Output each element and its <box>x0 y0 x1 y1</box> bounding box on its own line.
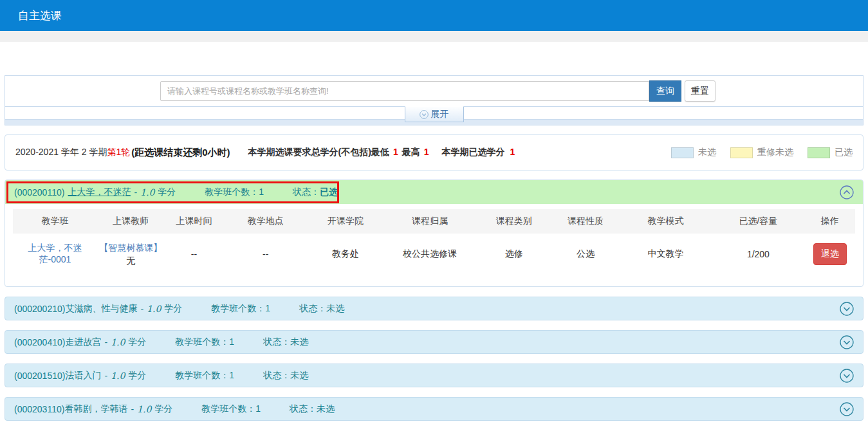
class-time: -- <box>165 234 224 275</box>
status-value: 未选 <box>290 370 308 380</box>
col-nature: 课程性质 <box>552 209 620 234</box>
class-nature: 公选 <box>552 234 620 275</box>
status-value: 已选 <box>320 187 338 197</box>
chevron-down-circle-icon[interactable] <box>840 335 854 349</box>
class-detail-table: 教学班 上课教师 上课时间 教学地点 开课学院 课程归属 课程类别 课程性质 教… <box>13 209 855 275</box>
max-credit-value: 1 <box>424 147 429 157</box>
round-text: 第1轮 <box>107 147 130 158</box>
course-credit: 1.0 <box>140 187 154 198</box>
chevron-down-circle-icon[interactable] <box>840 369 854 383</box>
course-code: (000200410) <box>14 337 65 347</box>
reset-button[interactable]: 重置 <box>685 80 716 102</box>
status-value: 未选 <box>317 403 335 414</box>
class-count-value: 1 <box>265 303 270 313</box>
class-name-link[interactable]: 上大学，不迷茫-0001 <box>28 243 82 264</box>
class-belong: 校公共选修课 <box>383 234 476 275</box>
credit-unit: 学分 <box>128 370 146 382</box>
status-label: 状态： <box>263 370 290 380</box>
legend: 未选 重修未选 已选 <box>671 147 853 158</box>
class-count-label: 教学班个数： <box>211 303 265 313</box>
credit-requirement: 本学期选课要求总学分(不包括)最低1最高1 <box>248 147 433 158</box>
course-credit: 1.0 <box>111 337 125 347</box>
chosen-credit: 本学期已选学分1 <box>441 147 515 158</box>
chosen-credit-label: 本学期已选学分 <box>441 147 504 157</box>
max-label: 最高 <box>402 147 420 157</box>
col-action: 操作 <box>804 209 855 234</box>
chevron-up-circle-icon[interactable] <box>840 185 854 199</box>
course-name: 艾滋病、性与健康 <box>65 303 137 315</box>
class-category: 选修 <box>476 234 552 275</box>
query-button[interactable]: 查询 <box>649 80 681 102</box>
requirement-label: 本学期选课要求总学分(不包括)最低 <box>248 147 389 157</box>
course-row-unselected-2[interactable]: (000200410) 走进故宫 - 1.0 学分 教学班个数：1 状态：未选 <box>5 330 863 354</box>
class-count-label: 教学班个数： <box>201 403 255 414</box>
col-capacity: 已选/容量 <box>712 209 804 234</box>
col-belong: 课程归属 <box>383 209 476 234</box>
drop-course-button[interactable]: 退选 <box>813 243 847 265</box>
class-count-label: 教学班个数： <box>205 187 259 197</box>
table-header-row: 教学班 上课教师 上课时间 教学地点 开课学院 课程归属 课程类别 课程性质 教… <box>13 209 855 234</box>
class-count: 教学班个数：1 <box>175 336 234 348</box>
search-panel-footer: 展开 <box>5 106 863 119</box>
dash-separator: - <box>104 371 107 381</box>
class-count-value: 1 <box>229 370 234 380</box>
chevron-down-circle-icon <box>420 110 429 119</box>
semester-info-panel: 2020-2021 学年 2 学期 第1轮 (距选课结束还剩0小时) 本学期选课… <box>5 134 863 171</box>
status-label: 状态： <box>293 187 320 197</box>
course-name: 看韩剧，学韩语 <box>64 403 127 415</box>
course-status: 状态：未选 <box>299 303 344 315</box>
course-group-selected: (000200110) 上大学，不迷茫 - 1.0 学分 教学班个数：1 状态：… <box>5 180 863 287</box>
min-credit-value: 1 <box>393 147 398 157</box>
course-code: (000200210) <box>14 304 65 314</box>
teacher-name: 无 <box>97 254 165 267</box>
retake-swatch <box>730 147 753 158</box>
header-sub-strip <box>0 31 868 42</box>
col-class: 教学班 <box>13 209 97 234</box>
legend-retake-label: 重修未选 <box>757 147 793 158</box>
course-row-unselected-4[interactable]: (000203110) 看韩剧，学韩语 - 1.0 学分 教学班个数：1 状态：… <box>5 397 863 421</box>
col-time: 上课时间 <box>165 209 224 234</box>
search-input[interactable] <box>160 81 649 101</box>
page-title: 自主选课 <box>18 8 62 23</box>
class-mode: 中文教学 <box>619 234 712 275</box>
course-row-selected[interactable]: (000200110) 上大学，不迷茫 - 1.0 学分 教学班个数：1 状态：… <box>5 180 863 204</box>
course-code: (000201510) <box>14 371 65 381</box>
class-count: 教学班个数：1 <box>175 370 234 382</box>
spacer <box>0 42 868 75</box>
countdown-text: (距选课结束还剩0小时) <box>131 147 230 159</box>
chosen-credit-value: 1 <box>510 147 515 157</box>
course-status: 状态：未选 <box>290 403 335 415</box>
col-place: 教学地点 <box>223 209 308 234</box>
credit-unit: 学分 <box>158 187 176 198</box>
class-detail-table-wrap: 教学班 上课教师 上课时间 教学地点 开课学院 课程归属 课程类别 课程性质 教… <box>5 204 863 286</box>
chevron-down-circle-icon[interactable] <box>840 302 854 316</box>
course-row-unselected-3[interactable]: (000201510) 法语入门 - 1.0 学分 教学班个数：1 状态：未选 <box>5 364 863 387</box>
course-name: 法语入门 <box>65 370 101 382</box>
legend-unselected: 未选 <box>671 147 716 158</box>
legend-unselected-label: 未选 <box>698 147 716 158</box>
course-credit: 1.0 <box>111 371 125 381</box>
term-text: 2020-2021 学年 2 学期 <box>15 147 107 158</box>
credit-unit: 学分 <box>164 303 182 315</box>
col-college: 开课学院 <box>308 209 383 234</box>
search-panel: 查询 重置 展开 <box>5 75 863 120</box>
unselected-swatch <box>671 147 694 158</box>
col-teacher: 上课教师 <box>97 209 165 234</box>
class-count-label: 教学班个数： <box>175 370 229 380</box>
class-capacity: 1/200 <box>712 234 804 275</box>
legend-selected: 已选 <box>808 147 853 158</box>
course-code: (000200110) <box>14 187 64 198</box>
chevron-down-circle-icon[interactable] <box>840 402 854 416</box>
app-header: 自主选课 <box>0 0 868 31</box>
course-status: 状态：未选 <box>263 336 308 348</box>
course-code: (000203110) <box>14 404 64 414</box>
class-place: -- <box>223 234 308 275</box>
legend-retake: 重修未选 <box>730 147 793 158</box>
col-category: 课程类别 <box>476 209 552 234</box>
course-row-unselected-1[interactable]: (000200210) 艾滋病、性与健康 - 1.0 学分 教学班个数：1 状态… <box>5 297 863 320</box>
col-mode: 教学模式 <box>619 209 712 234</box>
course-credit: 1.0 <box>147 304 161 314</box>
expand-toggle[interactable]: 展开 <box>405 106 464 122</box>
class-count-value: 1 <box>255 403 261 414</box>
selected-swatch <box>808 147 830 158</box>
